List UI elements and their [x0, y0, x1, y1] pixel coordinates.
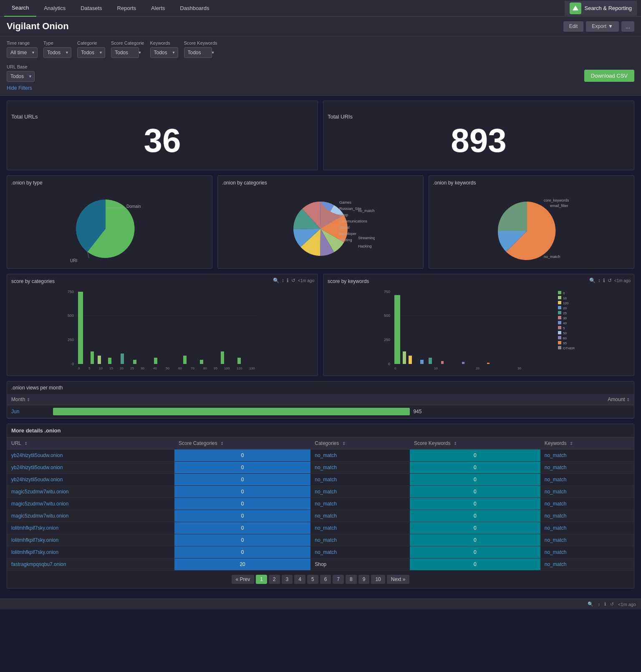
url-cell[interactable]: fastragkmpqsqbu7.onion: [7, 558, 174, 571]
col-categories[interactable]: Categories ⇕: [310, 437, 410, 450]
download-csv-button[interactable]: Download CSV: [584, 70, 634, 82]
nav-datasets[interactable]: Datasets: [73, 0, 109, 17]
page-10-button[interactable]: 10: [371, 575, 385, 584]
svg-rect-75: [558, 341, 561, 344]
url-cell[interactable]: magic5zudmw7witu.onion: [7, 510, 174, 522]
nav-alerts[interactable]: Alerts: [144, 0, 172, 17]
score-categories-cell: 0: [174, 510, 310, 522]
total-urls-value: 36: [144, 124, 181, 157]
nav-dashboards[interactable]: Dashboards: [172, 0, 217, 17]
table-row: yb24hizytli5oudw.onion0no_match0no_match: [7, 450, 634, 462]
table-row: magic5zudmw7witu.onion0no_match0no_match: [7, 486, 634, 498]
more-options-button[interactable]: ...: [621, 21, 634, 32]
score-keywords-cell: 0: [410, 534, 540, 546]
page-4-button[interactable]: 4: [294, 575, 305, 584]
views-col-amount[interactable]: Amount ⇕: [49, 394, 634, 405]
keywords-cell: no_match: [540, 510, 634, 522]
amount-cell: 945: [49, 405, 634, 418]
filter-url-base: URL Base Todos: [7, 64, 35, 82]
url-cell[interactable]: lolitmhfkpif7sky.onion: [7, 534, 174, 546]
filter-score-categorie: Score Categorie Todos: [111, 40, 144, 58]
svg-text:0: 0: [72, 362, 74, 366]
filter-score-keywords-wrap: Todos: [184, 47, 217, 58]
url-cell[interactable]: lolitmhfkpif7sky.onion: [7, 546, 174, 558]
pie-by-type-panel: .onion by type Domain URI: [7, 175, 212, 269]
svg-rect-47: [394, 295, 400, 364]
views-col-month[interactable]: Month ⇕: [7, 394, 49, 405]
bottom-refresh-icon[interactable]: ↺: [610, 601, 614, 607]
zoom-icon[interactable]: 🔍: [273, 278, 279, 283]
total-uris-value: 893: [451, 124, 506, 157]
page-8-button[interactable]: 8: [346, 575, 357, 584]
score-categories-cell: 0: [174, 498, 310, 510]
pie-by-type-chart: Domain URI: [11, 189, 208, 264]
svg-text:40: 40: [153, 366, 157, 370]
svg-text:OTHER: OTHER: [563, 346, 575, 350]
prev-page-button[interactable]: « Prev: [232, 575, 255, 584]
bottom-bar: 🔍 ↕ ℹ ↺ <1m ago: [0, 599, 641, 609]
col-score-keywords[interactable]: Score Keywords ⇕: [410, 437, 540, 450]
refresh-icon-kw[interactable]: ↺: [608, 278, 612, 283]
svg-text:10: 10: [434, 366, 438, 370]
url-cell[interactable]: lolitmhfkpif7sky.onion: [7, 522, 174, 534]
pie-by-keywords-svg: core_keywords email_filter no_match: [485, 189, 577, 264]
filter-keywords-select[interactable]: Todos: [150, 47, 178, 58]
score-keywords-cell: 0: [410, 462, 540, 474]
zoom-icon-kw[interactable]: 🔍: [589, 278, 596, 283]
url-cell[interactable]: magic5zudmw7witu.onion: [7, 498, 174, 510]
col-url[interactable]: URL ⇕: [7, 437, 174, 450]
url-cell[interactable]: yb24hizytli5oudw.onion: [7, 462, 174, 474]
nav-analytics[interactable]: Analytics: [36, 0, 73, 17]
col-score-categories[interactable]: Score Categories ⇕: [174, 437, 310, 450]
score-keywords-cell: 0: [410, 474, 540, 486]
page-1-button[interactable]: 1: [256, 575, 267, 584]
page-7-button[interactable]: 7: [333, 575, 344, 584]
score-categories-cell: 20: [174, 558, 310, 571]
page-2-button[interactable]: 2: [269, 575, 280, 584]
filter-score-categorie-label: Score Categorie: [111, 40, 144, 45]
page-5-button[interactable]: 5: [307, 575, 318, 584]
nav-search[interactable]: Search: [4, 0, 36, 17]
bottom-info-icon[interactable]: ℹ: [604, 601, 606, 607]
filter-score-keywords-select[interactable]: Todos: [184, 47, 212, 58]
svg-text:250: 250: [68, 338, 74, 342]
svg-text:5: 5: [88, 366, 91, 370]
refresh-icon[interactable]: ↺: [291, 278, 295, 283]
filter-score-keywords-label: Score Keywords: [184, 40, 217, 45]
score-by-categories-title: score by categories: [11, 278, 313, 284]
hide-filters-link[interactable]: Hide Filters: [7, 85, 32, 91]
page-6-button[interactable]: 6: [320, 575, 331, 584]
bottom-expand-icon[interactable]: ↕: [598, 602, 600, 607]
export-button[interactable]: Export ▼: [586, 21, 619, 32]
next-page-button[interactable]: Next »: [387, 575, 410, 584]
filters-row-1: Time range All time Type Todos Categorie…: [7, 40, 634, 58]
bottom-zoom-icon[interactable]: 🔍: [588, 601, 593, 607]
info-icon-kw[interactable]: ℹ: [603, 278, 605, 283]
keywords-cell: no_match: [540, 486, 634, 498]
expand-icon-kw[interactable]: ↕: [598, 278, 601, 283]
url-cell[interactable]: magic5zudmw7witu.onion: [7, 486, 174, 498]
svg-rect-65: [558, 316, 561, 319]
filter-score-categorie-select[interactable]: Todos: [111, 47, 139, 58]
url-cell[interactable]: yb24hizytli5oudw.onion: [7, 474, 174, 486]
kw-nomatch-label: no_match: [544, 255, 560, 259]
expand-icon[interactable]: ↕: [282, 278, 284, 283]
filters-bar: Time range All time Type Todos Categorie…: [0, 36, 641, 96]
svg-text:120: 120: [563, 301, 569, 305]
col-keywords[interactable]: Keywords ⇕: [540, 437, 634, 450]
page-9-button[interactable]: 9: [358, 575, 370, 584]
bar-cell: [53, 408, 410, 415]
edit-button[interactable]: Edit: [563, 21, 584, 32]
filter-categorie-select[interactable]: Todos: [77, 47, 105, 58]
categories-cell: no_match: [310, 534, 410, 546]
filter-url-base-select[interactable]: Todos: [7, 71, 35, 82]
url-cell[interactable]: yb24hizytli5oudw.onion: [7, 450, 174, 462]
svg-text:95: 95: [563, 341, 567, 345]
info-icon[interactable]: ℹ: [287, 278, 289, 283]
nav-reports[interactable]: Reports: [110, 0, 144, 17]
filter-categorie: Categorie Todos: [77, 40, 105, 58]
score-keywords-cell: 0: [410, 486, 540, 498]
filter-time-range-select[interactable]: All time: [7, 47, 38, 58]
filter-type-select[interactable]: Todos: [43, 47, 71, 58]
page-3-button[interactable]: 3: [282, 575, 293, 584]
